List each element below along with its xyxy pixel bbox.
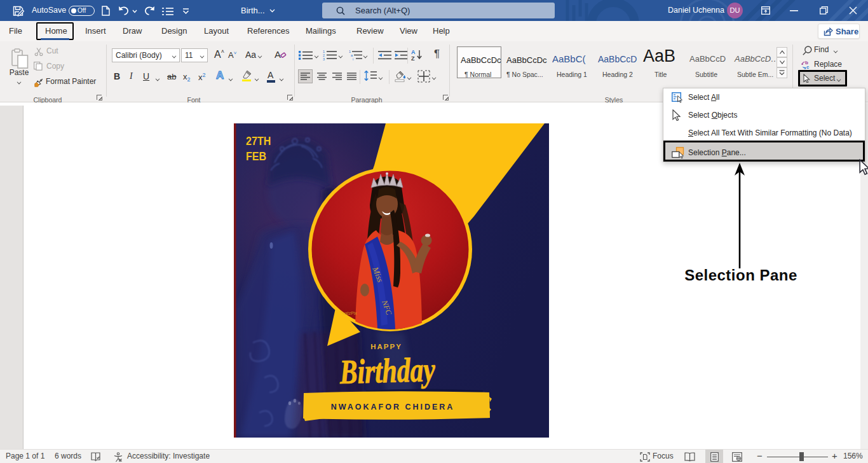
svg-text:c: c	[806, 64, 810, 69]
svg-text:Birthday: Birthday	[339, 350, 436, 391]
svg-text:i: i	[353, 57, 353, 60]
svg-text:Z: Z	[411, 55, 415, 61]
svg-text:NWAOKAFOR CHIDERA: NWAOKAFOR CHIDERA	[331, 403, 455, 411]
svg-text:27TH: 27TH	[246, 135, 271, 148]
svg-text:A: A	[411, 49, 416, 55]
svg-text:FEB: FEB	[246, 150, 266, 163]
svg-text:3: 3	[323, 57, 325, 60]
svg-text:HAPPY: HAPPY	[370, 343, 402, 350]
